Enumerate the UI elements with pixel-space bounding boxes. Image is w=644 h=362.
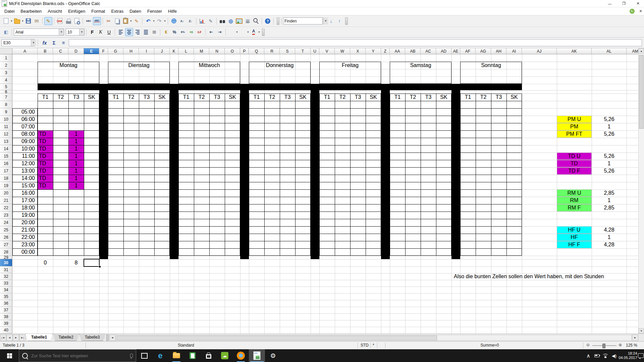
row-header-21[interactable]: 21 bbox=[0, 197, 12, 204]
column-header-V[interactable]: V bbox=[319, 48, 335, 54]
row-header-16[interactable]: 16 bbox=[0, 160, 12, 167]
last-sheet-icon[interactable]: ►| bbox=[19, 335, 25, 341]
column-header-K[interactable]: K bbox=[170, 48, 178, 54]
row-header-18[interactable]: 18 bbox=[0, 175, 12, 182]
cell-AL26[interactable]: 1 bbox=[592, 234, 627, 241]
sheet-tab-tabelle2[interactable]: Tabelle2 bbox=[53, 334, 79, 341]
sort-ascending-icon[interactable]: A↓ bbox=[178, 17, 186, 25]
column-header-L[interactable]: L bbox=[178, 48, 194, 54]
redo-icon[interactable]: ↷ bbox=[155, 17, 163, 25]
increase-indent-icon[interactable]: ⇥ bbox=[216, 28, 224, 36]
align-justify-icon[interactable] bbox=[142, 28, 150, 36]
navigator-icon[interactable]: ◎ bbox=[227, 17, 235, 25]
column-header-Z[interactable]: Z bbox=[381, 48, 390, 54]
column-header-N[interactable]: N bbox=[209, 48, 225, 54]
page-preview-icon[interactable] bbox=[73, 17, 81, 25]
cell-A26[interactable]: 22:00 bbox=[12, 234, 35, 241]
column-header-AH[interactable]: AH bbox=[491, 48, 506, 54]
column-header-AK[interactable]: AK bbox=[557, 48, 592, 54]
cell-D12[interactable]: 1 bbox=[68, 130, 84, 138]
edge-button[interactable]: e bbox=[152, 349, 168, 362]
name-box[interactable]: E30 ▼ bbox=[1, 39, 35, 46]
borders-icon[interactable] bbox=[227, 28, 235, 36]
cell-A28[interactable]: 00:00 bbox=[12, 248, 35, 256]
cell-A21[interactable]: 17:00 bbox=[12, 197, 35, 204]
column-header-J[interactable]: J bbox=[154, 48, 170, 54]
next-sheet-icon[interactable]: ► bbox=[13, 335, 19, 341]
row-header-19[interactable]: 19 bbox=[0, 182, 12, 189]
row-header-23[interactable]: 23 bbox=[0, 212, 12, 219]
zoom-out-icon[interactable]: ⊖ bbox=[586, 343, 590, 347]
row-header-36[interactable]: 36 bbox=[0, 300, 12, 307]
underline-button[interactable]: U bbox=[105, 28, 113, 36]
column-header-U[interactable]: U bbox=[311, 48, 319, 54]
chevron-down-icon[interactable]: ▼ bbox=[31, 40, 36, 46]
undo-icon[interactable]: ↶ bbox=[144, 17, 152, 25]
cell-D30[interactable]: 8 bbox=[68, 259, 84, 266]
scroll-right-icon[interactable]: ► bbox=[632, 335, 638, 341]
edit-file-icon[interactable]: ✎ bbox=[44, 17, 52, 25]
row-header-30[interactable]: 30 bbox=[0, 259, 12, 266]
merge-cells-icon[interactable]: ⊞ bbox=[150, 28, 158, 36]
select-all-corner[interactable] bbox=[0, 48, 12, 54]
cell-AK25[interactable]: HF U bbox=[557, 226, 592, 234]
cell-AL25[interactable]: 4,28 bbox=[592, 226, 627, 234]
cell-A25[interactable]: 21:00 bbox=[12, 226, 35, 234]
spreadsheet-grid[interactable]: ABCDEFGHIJKLMNOPQRSTUVWXYZAAABACADAEAFAG… bbox=[0, 48, 638, 334]
menu-item-format[interactable]: Format bbox=[88, 8, 108, 15]
cell-AK15[interactable]: TD U bbox=[557, 153, 592, 160]
cell-AL12[interactable]: 5,26 bbox=[592, 130, 627, 138]
row-header-1[interactable]: 1 bbox=[0, 54, 12, 62]
column-header-AC[interactable]: AC bbox=[421, 48, 436, 54]
column-header-AG[interactable]: AG bbox=[476, 48, 491, 54]
gallery-icon[interactable] bbox=[235, 17, 243, 25]
tab-splitter[interactable] bbox=[106, 335, 109, 341]
menu-item-bearbeiten[interactable]: Bearbeiten bbox=[17, 8, 45, 15]
row-header-38[interactable]: 38 bbox=[0, 313, 12, 320]
column-header-AD[interactable]: AD bbox=[436, 48, 451, 54]
start-button[interactable] bbox=[0, 349, 19, 362]
cell-AK16[interactable]: TD bbox=[557, 160, 592, 167]
page-style[interactable]: Standard bbox=[178, 343, 194, 348]
cell-AL11[interactable]: 1 bbox=[592, 123, 627, 130]
column-header-G[interactable]: G bbox=[108, 48, 123, 54]
column-header-AB[interactable]: AB bbox=[405, 48, 421, 54]
menu-item-daten[interactable]: Daten bbox=[126, 8, 144, 15]
taskbar-search[interactable] bbox=[19, 349, 136, 362]
column-header-O[interactable]: O bbox=[225, 48, 240, 54]
send-email-icon[interactable]: ✉ bbox=[33, 17, 41, 25]
cell-AK26[interactable]: HF bbox=[557, 234, 592, 241]
cell-AL22[interactable]: 2,85 bbox=[592, 204, 627, 212]
wifi-tray[interactable] bbox=[601, 349, 610, 362]
menu-item-fenster[interactable]: Fenster bbox=[144, 8, 165, 15]
hyperlink-icon[interactable] bbox=[170, 17, 178, 25]
sum-icon[interactable]: Σ bbox=[50, 39, 58, 47]
cell-A10[interactable]: 06:00 bbox=[12, 116, 35, 123]
show-draw-functions-icon[interactable]: ✎ bbox=[207, 17, 215, 25]
function-wizard-icon[interactable]: fx bbox=[41, 39, 49, 47]
insert-chart-icon[interactable] bbox=[198, 17, 206, 25]
column-header-Q[interactable]: Q bbox=[249, 48, 264, 54]
column-header-B[interactable]: B bbox=[38, 48, 53, 54]
styles-window-icon[interactable]: ◧ bbox=[2, 28, 10, 36]
update-notification-icon[interactable]: ↻ bbox=[630, 9, 635, 14]
search-input[interactable] bbox=[31, 353, 127, 359]
hidden-icons-chevron[interactable]: ∧ bbox=[584, 349, 592, 362]
cell-A12[interactable]: 08:00 bbox=[12, 130, 35, 138]
cell-B30[interactable]: 0 bbox=[38, 259, 53, 266]
cell-B14[interactable]: TD bbox=[39, 145, 52, 153]
row-header-2[interactable]: 2 bbox=[0, 62, 12, 69]
cell-A14[interactable]: 10:00 bbox=[12, 145, 35, 153]
cell-A20[interactable]: 16:00 bbox=[12, 189, 35, 197]
row-header-20[interactable]: 20 bbox=[0, 189, 12, 197]
toolbar-options-grip[interactable] bbox=[345, 17, 348, 25]
column-header-AL[interactable]: AL bbox=[592, 48, 627, 54]
openoffice-calc-button[interactable] bbox=[249, 349, 265, 362]
find-replace-icon[interactable] bbox=[218, 17, 226, 25]
column-header-X[interactable]: X bbox=[350, 48, 366, 54]
chevron-down-icon[interactable]: ▼ bbox=[59, 29, 64, 35]
firefox-button[interactable] bbox=[233, 349, 249, 362]
green-book-app-button[interactable] bbox=[184, 349, 201, 362]
cell-B19[interactable]: TD bbox=[39, 182, 52, 189]
minimize-button[interactable]: — bbox=[604, 0, 616, 7]
